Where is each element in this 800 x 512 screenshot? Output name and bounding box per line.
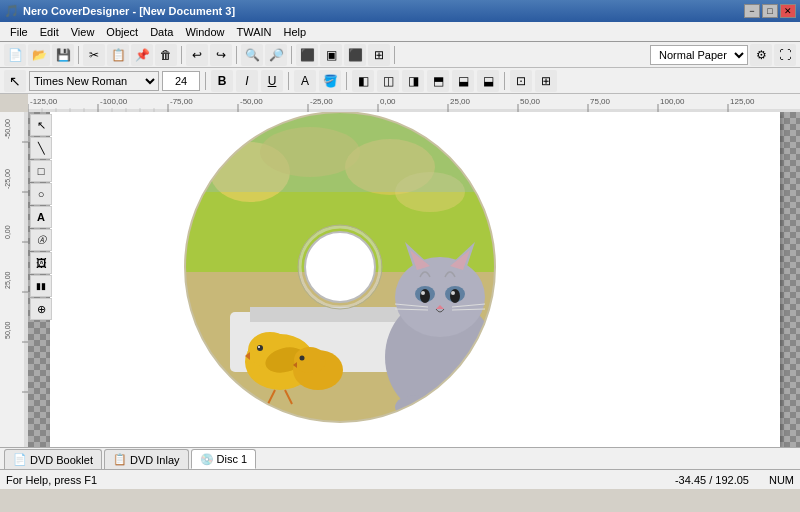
select-tool[interactable]: ↖ bbox=[30, 114, 52, 136]
zoom-tool[interactable]: ⊕ bbox=[30, 298, 52, 320]
canvas-area[interactable] bbox=[28, 112, 800, 447]
menu-file[interactable]: File bbox=[4, 24, 34, 40]
cursor-tool[interactable]: ↖ bbox=[4, 70, 26, 92]
bold-button[interactable]: B bbox=[211, 70, 233, 92]
menu-window[interactable]: Window bbox=[179, 24, 230, 40]
ruler-svg: -125,00 -100,00 -75,00 -50,00 -25,00 0,0… bbox=[28, 94, 800, 112]
svg-rect-55 bbox=[185, 112, 495, 192]
svg-text:-50,00: -50,00 bbox=[240, 97, 263, 106]
svg-point-62 bbox=[258, 346, 260, 348]
svg-text:50,00: 50,00 bbox=[520, 97, 541, 106]
zoom-out-button[interactable]: 🔎 bbox=[265, 44, 287, 66]
status-mode: NUM bbox=[769, 474, 794, 486]
font-size-input[interactable] bbox=[162, 71, 200, 91]
svg-point-93 bbox=[305, 232, 375, 302]
size-button[interactable]: ⊡ bbox=[510, 70, 532, 92]
dvd-inlay-icon: 📋 bbox=[113, 453, 127, 466]
curved-text-tool[interactable]: Ⓐ bbox=[30, 229, 52, 251]
underline-button[interactable]: U bbox=[261, 70, 283, 92]
object-bottom-button[interactable]: ⬓ bbox=[477, 70, 499, 92]
svg-text:-25,00: -25,00 bbox=[310, 97, 333, 106]
tab-dvd-booklet[interactable]: 📄 DVD Booklet bbox=[4, 449, 102, 469]
menu-edit[interactable]: Edit bbox=[34, 24, 65, 40]
object-vcenter-button[interactable]: ⬓ bbox=[452, 70, 474, 92]
object-center-button[interactable]: ◫ bbox=[377, 70, 399, 92]
svg-point-80 bbox=[421, 291, 425, 295]
font-toolbar: ↖ Times New Roman B I U A 🪣 ◧ ◫ ◨ ⬒ ⬓ ⬓ … bbox=[0, 68, 800, 94]
svg-text:100,00: 100,00 bbox=[660, 97, 685, 106]
svg-text:-125,00: -125,00 bbox=[30, 97, 58, 106]
text-tool[interactable]: A bbox=[30, 206, 52, 228]
copy-button[interactable]: 📋 bbox=[107, 44, 129, 66]
position-button[interactable]: ⊞ bbox=[535, 70, 557, 92]
menu-help[interactable]: Help bbox=[278, 24, 313, 40]
disc-icon: 💿 bbox=[200, 453, 214, 466]
menu-twain[interactable]: TWAIN bbox=[231, 24, 278, 40]
ruler-left-svg: -50,00 -25,00 0,00 25,00 50,00 bbox=[0, 112, 28, 447]
ruler-top: -125,00 -100,00 -75,00 -50,00 -25,00 0,0… bbox=[28, 94, 800, 112]
tab-disc-1[interactable]: 💿 Disc 1 bbox=[191, 449, 257, 469]
svg-point-87 bbox=[395, 395, 435, 419]
delete-button[interactable]: 🗑 bbox=[155, 44, 177, 66]
align-center-button[interactable]: ▣ bbox=[320, 44, 342, 66]
paper-settings-button[interactable]: ⚙ bbox=[750, 44, 772, 66]
separator bbox=[78, 46, 79, 64]
undo-button[interactable]: ↩ bbox=[186, 44, 208, 66]
bottom-tabs: 📄 DVD Booklet 📋 DVD Inlay 💿 Disc 1 bbox=[0, 447, 800, 469]
rect-tool[interactable]: □ bbox=[30, 160, 52, 182]
distribute-button[interactable]: ⊞ bbox=[368, 44, 390, 66]
svg-point-88 bbox=[445, 395, 485, 419]
paper-type-select[interactable]: Normal Paper bbox=[650, 45, 748, 65]
fill-color-button[interactable]: 🪣 bbox=[319, 70, 341, 92]
separator5 bbox=[394, 46, 395, 64]
svg-point-79 bbox=[450, 289, 460, 303]
italic-button[interactable]: I bbox=[236, 70, 258, 92]
svg-text:-75,00: -75,00 bbox=[170, 97, 193, 106]
svg-text:-25,00: -25,00 bbox=[4, 169, 11, 189]
text-color-button[interactable]: A bbox=[294, 70, 316, 92]
svg-point-67 bbox=[294, 347, 326, 373]
status-help: For Help, press F1 bbox=[6, 474, 97, 486]
menu-data[interactable]: Data bbox=[144, 24, 179, 40]
separator9 bbox=[504, 72, 505, 90]
object-top-button[interactable]: ⬒ bbox=[427, 70, 449, 92]
redo-button[interactable]: ↪ bbox=[210, 44, 232, 66]
align-left-button[interactable]: ⬛ bbox=[296, 44, 318, 66]
image-tool[interactable]: 🖼 bbox=[30, 252, 52, 274]
status-coordinates: -34.45 / 192.05 bbox=[675, 474, 749, 486]
tab-dvd-inlay[interactable]: 📋 DVD Inlay bbox=[104, 449, 189, 469]
align-right-button[interactable]: ⬛ bbox=[344, 44, 366, 66]
separator8 bbox=[346, 72, 347, 90]
ellipse-tool[interactable]: ○ bbox=[30, 183, 52, 205]
close-button[interactable]: ✕ bbox=[780, 4, 796, 18]
menubar: File Edit View Object Data Window TWAIN … bbox=[0, 22, 800, 42]
object-left-button[interactable]: ◧ bbox=[352, 70, 374, 92]
titlebar-title: Nero CoverDesigner - [New Document 3] bbox=[23, 5, 235, 17]
object-right-button[interactable]: ◨ bbox=[402, 70, 424, 92]
maximize-button[interactable]: □ bbox=[762, 4, 778, 18]
svg-text:-50,00: -50,00 bbox=[4, 119, 11, 139]
font-family-select[interactable]: Times New Roman bbox=[29, 71, 159, 91]
menu-object[interactable]: Object bbox=[100, 24, 144, 40]
menu-view[interactable]: View bbox=[65, 24, 101, 40]
minimize-button[interactable]: − bbox=[744, 4, 760, 18]
disc-svg bbox=[50, 112, 780, 447]
paste-button[interactable]: 📌 bbox=[131, 44, 153, 66]
canvas-paper bbox=[50, 112, 780, 447]
titlebar: 🎵 Nero CoverDesigner - [New Document 3] … bbox=[0, 0, 800, 22]
open-button[interactable]: 📂 bbox=[28, 44, 50, 66]
separator7 bbox=[288, 72, 289, 90]
svg-text:-100,00: -100,00 bbox=[100, 97, 128, 106]
line-tool[interactable]: ╲ bbox=[30, 137, 52, 159]
zoom-in-button[interactable]: 🔍 bbox=[241, 44, 263, 66]
new-button[interactable]: 📄 bbox=[4, 44, 26, 66]
paper-fit-button[interactable]: ⛶ bbox=[774, 44, 796, 66]
save-button[interactable]: 💾 bbox=[52, 44, 74, 66]
svg-point-71 bbox=[395, 257, 485, 337]
dvd-booklet-icon: 📄 bbox=[13, 453, 27, 466]
svg-text:25,00: 25,00 bbox=[450, 97, 471, 106]
left-toolbar: -50,00 -25,00 0,00 25,00 50,00 bbox=[0, 112, 28, 447]
cut-button[interactable]: ✂ bbox=[83, 44, 105, 66]
barcode-tool[interactable]: ▮▮ bbox=[30, 275, 52, 297]
svg-point-81 bbox=[451, 291, 455, 295]
